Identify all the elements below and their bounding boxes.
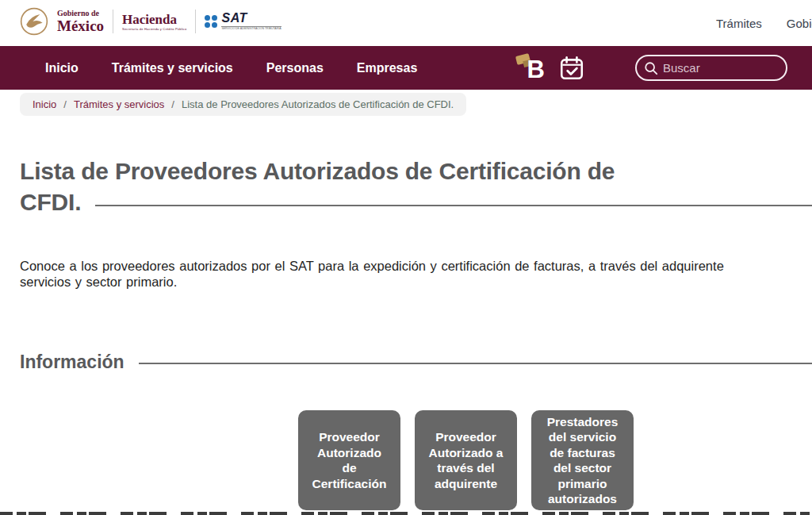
gobierno-de-mexico-logo[interactable]: Gobierno de México — [57, 10, 104, 33]
button-proveedor-autorizado-certificacion[interactable]: Proveedor Autorizado de Certificación — [298, 410, 400, 510]
main-navigation-bar: Inicio Trámites y servicios Personas Emp… — [0, 46, 812, 90]
intro-line1: Conoce a los proveedores autorizados por… — [20, 259, 812, 275]
sat-subtitle: SERVICIO DE ADMINISTRACIÓN TRIBUTARIA — [221, 26, 281, 31]
intro-line2: servicios y sector primario. — [20, 275, 812, 290]
nav-item-tramites-y-servicios[interactable]: Trámites y servicios — [112, 61, 233, 75]
informacion-heading: Información — [20, 352, 124, 373]
hacienda-label: Hacienda — [122, 13, 186, 26]
button-prestadores-sector-primario[interactable]: Prestadores del servicio de facturas del… — [531, 410, 634, 510]
informacion-heading-row: Información — [20, 352, 812, 373]
calendar-icon[interactable] — [558, 55, 585, 82]
mexico-eagle-seal-icon — [20, 7, 48, 36]
button-proveedor-autorizado-adquirente[interactable]: Proveedor Autorizado a través del adquir… — [415, 410, 517, 510]
breadcrumb-inicio[interactable]: Inicio — [33, 98, 56, 110]
top-link-tramites[interactable]: Trámites — [716, 17, 762, 30]
nav-item-empresas[interactable]: Empresas — [357, 61, 418, 75]
top-link-gobierno[interactable]: Gobierno — [787, 17, 812, 30]
page-title-line2-row: CFDI. — [20, 186, 812, 217]
nav-item-inicio[interactable]: Inicio — [45, 61, 79, 75]
hacienda-logo[interactable]: Hacienda Secretaría de Hacienda y Crédit… — [122, 13, 186, 31]
provider-buttons-row: Proveedor Autorizado de Certificación Pr… — [20, 410, 812, 510]
intro-paragraph: Conoce a los proveedores autorizados por… — [20, 259, 812, 290]
page-title-line1: Lista de Proveedores Autorizados de Cert… — [20, 156, 812, 186]
brand-divider — [113, 10, 113, 33]
government-brand-row: Gobierno de México Hacienda Secretaría d… — [20, 7, 282, 36]
top-right-links: Trámites Gobierno — [716, 17, 812, 30]
nav-icon-group: B — [516, 55, 787, 82]
nav-items: Inicio Trámites y servicios Personas Emp… — [45, 61, 417, 75]
breadcrumb-tramites-y-servicios[interactable]: Trámites y servicios — [74, 98, 164, 110]
buzon-tributario-icon[interactable]: B — [516, 55, 545, 82]
search-box[interactable] — [635, 55, 787, 81]
mexico-label: México — [57, 18, 104, 33]
top-header-bar: Gobierno de México Hacienda Secretaría d… — [0, 0, 812, 46]
sat-logo[interactable]: SAT SERVICIO DE ADMINISTRACIÓN TRIBUTARI… — [205, 12, 281, 31]
breadcrumb-current-page: Lista de Proveedores Autorizados de Cert… — [182, 98, 454, 110]
search-icon — [644, 61, 658, 75]
breadcrumb-separator: / — [171, 98, 174, 110]
sat-dots-icon — [205, 15, 217, 28]
sat-label: SAT — [221, 12, 281, 25]
hacienda-subtitle: Secretaría de Hacienda y Crédito Público — [122, 28, 186, 31]
clipped-text-strip — [0, 512, 812, 515]
breadcrumb: Inicio / Trámites y servicios / Lista de… — [20, 93, 466, 116]
search-input[interactable] — [663, 61, 774, 75]
breadcrumb-separator: / — [63, 98, 67, 110]
title-divider-line — [95, 205, 812, 206]
gobierno-de-label: Gobierno de — [57, 10, 104, 17]
informacion-divider-line — [139, 363, 812, 364]
page-content: Lista de Proveedores Autorizados de Cert… — [0, 156, 812, 510]
brand-divider — [195, 10, 196, 33]
nav-item-personas[interactable]: Personas — [266, 61, 324, 75]
page-title-line2: CFDI. — [20, 189, 81, 216]
